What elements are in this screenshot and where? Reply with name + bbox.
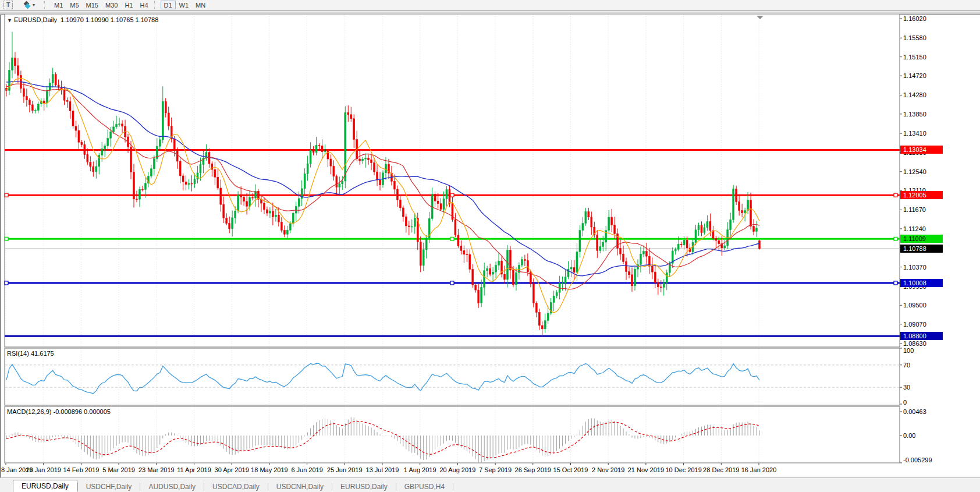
chart-symbol-period: EURUSD,Daily — [14, 16, 57, 23]
rsi-axis-label: 30 — [903, 384, 910, 391]
date-axis-label: 16 Jan 2020 — [741, 466, 777, 473]
level-price-tag: 1.12005 — [900, 191, 943, 199]
timeframe-button-M30[interactable]: M30 — [102, 1, 121, 9]
rsi-axis-label: 0 — [903, 399, 907, 406]
toolbar: T ▾ M1M5M15M30H1H4D1W1MN — [0, 0, 980, 10]
timeframe-button-M1[interactable]: M1 — [51, 1, 66, 9]
timeframe-button-D1[interactable]: D1 — [161, 1, 176, 9]
ohlc-close: 1.10788 — [136, 16, 159, 23]
price-axis-label: 1.08630 — [903, 340, 926, 347]
tab-EURUSD-Daily-2[interactable]: EURUSD,Daily — [332, 482, 396, 492]
rsi-axis-label: 100 — [903, 347, 914, 354]
tab-AUDUSD-Daily[interactable]: AUDUSD,Daily — [140, 482, 204, 492]
date-axis-label: 13 Jul 2019 — [366, 466, 399, 473]
date-axis-label: 1 Aug 2019 — [404, 466, 436, 473]
date-axis-label: 7 Sep 2019 — [479, 466, 512, 473]
date-axis-label: 11 Apr 2019 — [177, 466, 211, 473]
tab-USDCHF-Daily[interactable]: USDCHF,Daily — [78, 482, 140, 492]
ohlc-high: 1.10990 — [86, 16, 109, 23]
level-price-tag: 1.10008 — [900, 279, 943, 287]
price-axis-label: 1.15150 — [903, 54, 926, 61]
date-axis-label: 5 Mar 2019 — [102, 466, 135, 473]
date-axis-label: 20 Aug 2019 — [440, 466, 476, 473]
tab-GBPUSD-H4[interactable]: GBPUSD,H4 — [396, 482, 453, 492]
date-axis-label: 23 Mar 2019 — [139, 466, 175, 473]
tab-USDCNH-Daily[interactable]: USDCNH,Daily — [268, 482, 332, 492]
price-axis-label: 1.15580 — [903, 34, 926, 41]
price-axis-label: 1.09070 — [903, 321, 926, 328]
ohlc-open: 1.10970 — [61, 16, 84, 23]
timeframe-button-H1[interactable]: H1 — [121, 1, 136, 9]
price-axis-label: 1.13850 — [903, 111, 926, 118]
current-price-tag: 1.10788 — [900, 245, 943, 253]
rsi-name: RSI(14) — [7, 350, 29, 357]
ohlc-low: 1.10765 — [111, 16, 134, 23]
macd-axis-label: -0.005299 — [903, 456, 932, 463]
chevron-down-icon: ▾ — [33, 2, 35, 8]
indicator-style-button[interactable]: ▾ — [17, 1, 42, 9]
timeframe-button-M15[interactable]: M15 — [83, 1, 102, 9]
price-axis-label: 1.10370 — [903, 264, 926, 271]
date-axis-label: 2 Nov 2019 — [592, 466, 624, 473]
level-price-tag: 1.08800 — [900, 332, 943, 340]
timeframe-button-H4[interactable]: H4 — [136, 1, 151, 9]
timeframe-button-MN[interactable]: MN — [192, 1, 209, 9]
price-axis-label: 1.13410 — [903, 130, 926, 137]
price-axis-label: 1.12540 — [903, 168, 926, 175]
date-axis-label: 10 Dec 2019 — [665, 466, 701, 473]
rsi-label: RSI(14) 41.6175 — [7, 350, 54, 357]
date-axis-label: 15 Oct 2019 — [553, 466, 588, 473]
rsi-value: 41.6175 — [31, 350, 54, 357]
text-tool-button[interactable]: T — [3, 1, 13, 9]
chart-title: ▼ EURUSD,Daily 1.10970 1.10990 1.10765 1… — [7, 16, 158, 23]
tab-USDCAD-Daily[interactable]: USDCAD,Daily — [204, 482, 268, 492]
macd-main: -0.000896 — [53, 408, 82, 415]
collapse-caret-icon[interactable]: ▼ — [7, 17, 12, 23]
macd-name: MACD(12,26,9) — [7, 408, 51, 415]
date-axis-label: 18 May 2019 — [251, 466, 288, 473]
date-axis-label: 26 Jan 2019 — [26, 466, 61, 473]
chart-tabs-bar: EURUSD,DailyUSDCHF,DailyAUDUSD,DailyUSDC… — [0, 477, 980, 492]
toolbar-separator — [154, 1, 158, 9]
date-axis-label: 14 Feb 2019 — [63, 466, 100, 473]
date-axis-label: 21 Nov 2019 — [628, 466, 664, 473]
tab-separator — [453, 483, 453, 491]
price-axis-label: 1.11670 — [903, 206, 926, 213]
price-chart-canvas[interactable]: 8 Jan 201926 Jan 201914 Feb 20195 Mar 20… — [0, 14, 980, 477]
date-axis-label: 26 Sep 2019 — [515, 466, 551, 473]
date-axis-label: 30 Apr 2019 — [215, 466, 249, 473]
price-axis-label: 1.14280 — [903, 91, 926, 98]
price-axis-label: 1.14720 — [903, 72, 926, 79]
chart-area: 8 Jan 201926 Jan 201914 Feb 20195 Mar 20… — [0, 14, 980, 477]
tab-EURUSD-Daily[interactable]: EURUSD,Daily — [13, 480, 77, 492]
rsi-axis-label: 70 — [903, 362, 910, 369]
price-axis-label: 1.11240 — [903, 225, 926, 232]
macd-axis-label: 0.00463 — [903, 408, 926, 415]
toolbar-separator — [44, 1, 48, 9]
level-price-tag: 1.11009 — [900, 235, 943, 243]
macd-label: MACD(12,26,9) -0.000896 0.000005 — [7, 408, 111, 415]
price-axis-label: 1.09500 — [903, 302, 926, 309]
date-axis-label: 25 Jun 2019 — [327, 466, 363, 473]
macd-axis-label: 0.00 — [903, 432, 915, 439]
date-axis-label: 6 Jun 2019 — [291, 466, 322, 473]
macd-signal: 0.000005 — [84, 408, 111, 415]
date-axis-label: 28 Dec 2019 — [703, 466, 739, 473]
level-price-tag: 1.13034 — [900, 146, 943, 154]
timeframe-button-M5[interactable]: M5 — [66, 1, 82, 9]
price-axis-label: 1.16020 — [903, 15, 926, 22]
timeframe-button-W1[interactable]: W1 — [176, 1, 193, 9]
timeframe-buttons: M1M5M15M30H1H4D1W1MN — [51, 1, 209, 9]
